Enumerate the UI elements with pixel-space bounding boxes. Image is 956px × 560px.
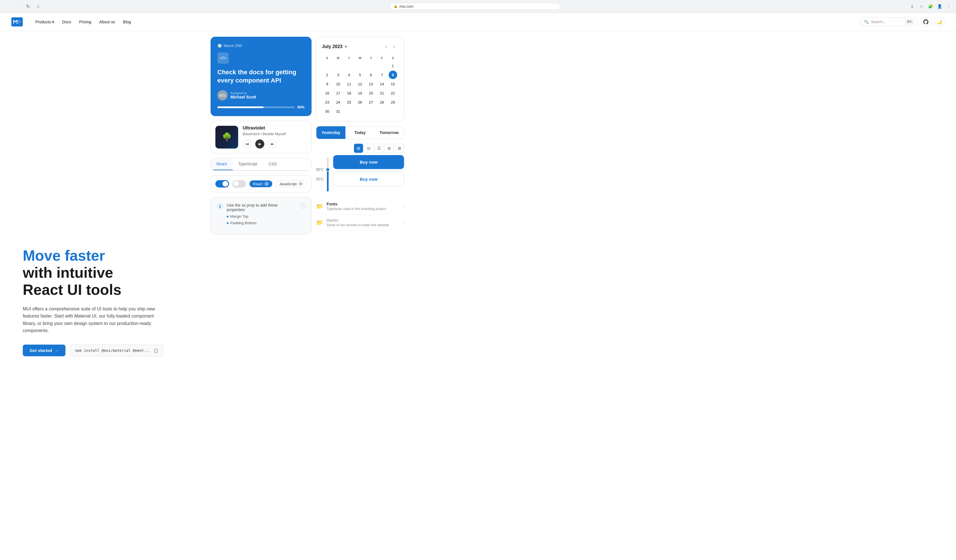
chip-react[interactable]: React ✕ bbox=[250, 181, 272, 187]
nav-products[interactable]: Products ▾ bbox=[32, 17, 58, 27]
cal-day-23[interactable]: 23 bbox=[323, 98, 332, 106]
download-icon[interactable]: ⇓ bbox=[908, 2, 916, 10]
toggle-2[interactable] bbox=[233, 180, 246, 187]
cal-day-3[interactable]: 3 bbox=[334, 71, 342, 79]
date-tab-today[interactable]: Today bbox=[345, 126, 374, 139]
tab-css[interactable]: CSS bbox=[263, 158, 283, 170]
cal-day-21[interactable]: 21 bbox=[377, 89, 386, 97]
cal-day-27[interactable]: 27 bbox=[367, 98, 375, 106]
site-header: Products ▾ Docs Pricing About us Blog 🔍 … bbox=[0, 13, 956, 31]
cal-day-9[interactable]: 9 bbox=[323, 80, 332, 88]
task-date: 🕐 March 25th bbox=[217, 44, 305, 48]
folder-icon-hacks: 📁 bbox=[316, 219, 323, 226]
cal-day-13[interactable]: 13 bbox=[367, 80, 375, 88]
cal-day-4[interactable]: 4 bbox=[345, 71, 354, 79]
bookmark-icon[interactable]: ☆ bbox=[917, 2, 925, 10]
cal-day-24[interactable]: 24 bbox=[334, 98, 342, 106]
buy-cards: Buy now Buy now bbox=[333, 155, 404, 194]
cal-day-22[interactable]: 22 bbox=[388, 89, 397, 97]
theme-toggle-button[interactable]: 🌙 bbox=[934, 17, 945, 27]
toggle-1[interactable] bbox=[215, 180, 229, 187]
hero-subtitle: MUI offers a comprehensive suite of UI t… bbox=[23, 305, 165, 334]
toggle-2-thumb bbox=[233, 181, 239, 187]
cal-day-30[interactable]: 30 bbox=[323, 107, 332, 115]
chip-react-close[interactable]: ✕ bbox=[264, 181, 269, 186]
folder-fonts[interactable]: 📁 Fonts Typefaces used in this branding … bbox=[316, 198, 404, 215]
cal-day-7[interactable]: 7 bbox=[377, 71, 386, 79]
temp-slider[interactable] bbox=[327, 157, 329, 192]
view-btn-grid2[interactable]: ⊟ bbox=[364, 144, 373, 153]
tab-typescript[interactable]: TypeScript bbox=[233, 158, 263, 170]
rewind-button[interactable]: ⏮ bbox=[243, 140, 252, 149]
cal-day-1[interactable]: 1 bbox=[388, 61, 397, 70]
play-button[interactable]: ▶ bbox=[255, 140, 264, 149]
view-btn-grid3[interactable]: ⊞ bbox=[385, 144, 394, 153]
github-button[interactable] bbox=[921, 17, 931, 27]
hero-title-dark: with intuitiveReact UI tools bbox=[23, 264, 121, 298]
cal-day-8-today[interactable]: 8 bbox=[388, 71, 397, 79]
get-started-button[interactable]: Get started → bbox=[23, 344, 65, 356]
extension-icon[interactable]: 🧩 bbox=[926, 2, 934, 10]
calendar-next-button[interactable]: › bbox=[390, 42, 398, 51]
search-bar[interactable]: 🔍 Search... ⌘K bbox=[860, 17, 917, 26]
home-button[interactable]: ⌂ bbox=[34, 2, 42, 10]
view-btn-grid1[interactable]: ⊞ bbox=[354, 144, 363, 153]
folder-hacks[interactable]: 📁 Hacks Some of our secrets to make this… bbox=[316, 215, 404, 231]
cal-day-6[interactable]: 6 bbox=[367, 71, 375, 79]
code-snippet: npm install @mui/material @emot... 📋 bbox=[70, 344, 164, 357]
copy-button[interactable]: 📋 bbox=[153, 348, 159, 354]
list-item-1: 1 Use the sx prop to add these propertie… bbox=[217, 203, 306, 225]
task-title: Check the docs for getting every compone… bbox=[217, 68, 305, 85]
cal-day-12[interactable]: 12 bbox=[356, 80, 364, 88]
cal-day-18[interactable]: 18 bbox=[345, 89, 354, 97]
date-tab-tomorrow[interactable]: Tomorrow bbox=[375, 126, 404, 139]
back-button[interactable]: ← bbox=[3, 2, 11, 10]
cal-empty bbox=[323, 61, 332, 70]
info-icon[interactable]: i bbox=[300, 203, 306, 209]
view-btn-grid4[interactable]: ⊠ bbox=[395, 144, 404, 153]
cal-day-10[interactable]: 10 bbox=[334, 80, 342, 88]
buy-now-secondary[interactable]: Buy now bbox=[333, 172, 404, 186]
search-icon: 🔍 bbox=[864, 20, 869, 24]
cal-day-5[interactable]: 5 bbox=[356, 71, 364, 79]
chip-javascript[interactable]: JavaScript ✕ bbox=[276, 180, 307, 187]
cal-day-2[interactable]: 2 bbox=[323, 71, 332, 79]
reload-button[interactable]: ↻ bbox=[24, 2, 32, 10]
cal-day-26[interactable]: 26 bbox=[356, 98, 364, 106]
menu-icon[interactable]: ⋮ bbox=[945, 2, 953, 10]
dow-m: M bbox=[333, 55, 343, 61]
address-bar[interactable]: 🔒 mui.com bbox=[390, 3, 561, 10]
forward-button[interactable]: ⏭ bbox=[268, 140, 277, 149]
nav-docs[interactable]: Docs bbox=[58, 17, 74, 27]
cal-day-17[interactable]: 17 bbox=[334, 89, 342, 97]
nav-pricing[interactable]: Pricing bbox=[76, 17, 95, 27]
calendar-prev-button[interactable]: ‹ bbox=[382, 42, 390, 51]
cal-day-16[interactable]: 16 bbox=[323, 89, 332, 97]
cal-day-29[interactable]: 29 bbox=[388, 98, 397, 106]
cal-day-28[interactable]: 28 bbox=[377, 98, 386, 106]
cal-day-20[interactable]: 20 bbox=[367, 89, 375, 97]
cal-day-14[interactable]: 14 bbox=[377, 80, 386, 88]
profile-icon[interactable]: 👤 bbox=[936, 2, 943, 10]
cal-day-31[interactable]: 31 bbox=[334, 107, 342, 115]
view-btn-list[interactable]: ☰ bbox=[374, 144, 384, 153]
calendar-grid: S M T W T F S 1 bbox=[322, 55, 398, 115]
temp-slider-wrap: 50°C 25°C bbox=[316, 155, 329, 194]
buy-now-primary[interactable]: Buy now bbox=[333, 155, 404, 169]
forward-button[interactable]: → bbox=[14, 2, 22, 10]
cal-empty bbox=[356, 61, 364, 70]
cal-day-25[interactable]: 25 bbox=[345, 98, 354, 106]
hero-section: Move faster with intuitiveReact UI tools… bbox=[0, 31, 205, 560]
cal-day-11[interactable]: 11 bbox=[345, 80, 354, 88]
tab-react[interactable]: React bbox=[211, 158, 233, 170]
nav-about[interactable]: About us bbox=[96, 17, 118, 27]
date-tab-yesterday[interactable]: Yesterday bbox=[316, 126, 345, 139]
mui-logo[interactable] bbox=[11, 17, 23, 27]
folder-fonts-name: Fonts bbox=[327, 202, 399, 206]
folder-list: 📁 Fonts Typefaces used in this branding … bbox=[316, 198, 404, 231]
nav-blog[interactable]: Blog bbox=[120, 17, 134, 27]
cal-day-19[interactable]: 19 bbox=[356, 89, 364, 97]
chip-js-close[interactable]: ✕ bbox=[299, 181, 303, 186]
cal-day-15[interactable]: 15 bbox=[388, 80, 397, 88]
cal-empty bbox=[367, 107, 375, 115]
